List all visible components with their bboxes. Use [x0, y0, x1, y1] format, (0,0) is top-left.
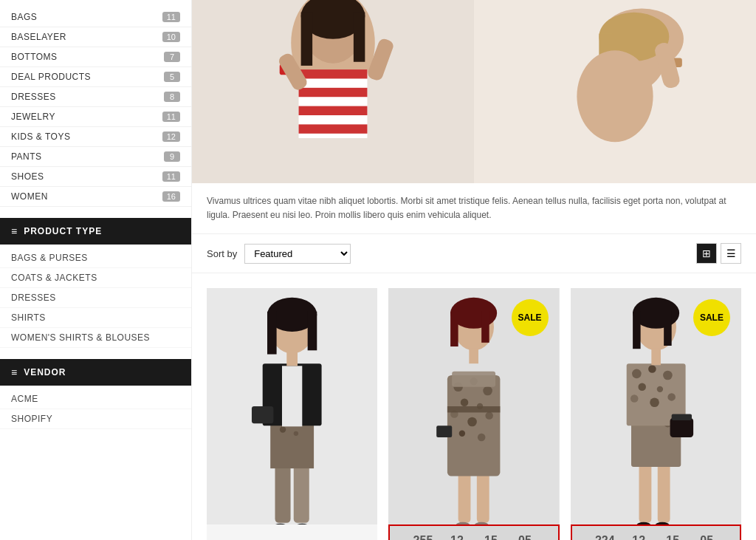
sidebar-category-name: BOTTOMS	[11, 52, 58, 62]
toolbar-left: Sort by FeaturedPrice: Low to HighPrice:…	[207, 244, 351, 264]
sale-badge: SALE	[512, 299, 549, 336]
banner-left	[192, 0, 474, 183]
sidebar-category-count: 16	[162, 191, 180, 202]
svg-rect-32	[282, 366, 302, 427]
sidebar-category-name: BAGS	[11, 12, 37, 22]
sidebar-vendor-item[interactable]: SHOPIFY	[0, 409, 191, 429]
countdown-mins: 15 Mins	[480, 533, 502, 540]
description: Vivamus ultrices quam vitae nibh aliquet…	[192, 183, 756, 234]
svg-rect-5	[354, 13, 365, 62]
sidebar-product-type-item[interactable]: BAGS & PURSES	[0, 248, 191, 268]
banner-image-left	[192, 0, 474, 183]
sort-label: Sort by	[207, 248, 237, 259]
sidebar-category-item[interactable]: KIDS & TOYS 12	[0, 127, 191, 147]
svg-rect-7	[299, 69, 368, 78]
sidebar-category-name: DEAL PRODUCTS	[11, 72, 91, 82]
sidebar-category-item[interactable]: BASELAYER 10	[0, 27, 191, 47]
countdown-secs: 05 Secs	[695, 533, 718, 540]
svg-rect-38	[252, 406, 273, 423]
sidebar-category-count: 9	[164, 151, 180, 162]
product-type-header: ≡ PRODUCT TYPE	[0, 218, 191, 245]
svg-point-73	[632, 369, 642, 379]
svg-point-30	[294, 431, 298, 436]
svg-point-47	[484, 386, 493, 396]
product-card[interactable]: SALE 255 Days 12 Hours 15 Mins	[388, 288, 559, 540]
svg-rect-84	[664, 312, 672, 346]
svg-point-48	[461, 399, 469, 407]
svg-rect-62	[436, 426, 452, 438]
product-card[interactable]: SALE 224 Days 12 Hours 15 Mins	[571, 288, 741, 540]
svg-rect-59	[450, 312, 458, 346]
sidebar-category-item[interactable]: WOMEN 16	[0, 187, 191, 207]
svg-rect-83	[633, 312, 641, 349]
countdown-timer: 255 Days 12 Hours 15 Mins 05 Secs	[388, 524, 559, 540]
sidebar-category-item[interactable]: JEWELRY 11	[0, 107, 191, 127]
svg-rect-35	[267, 312, 277, 355]
svg-rect-60	[481, 312, 489, 343]
sidebar-category-item[interactable]: BOTTOMS 7	[0, 47, 191, 67]
countdown-hours: 12 Hours	[446, 533, 468, 540]
svg-rect-10	[299, 124, 368, 133]
svg-rect-55	[447, 406, 500, 412]
sidebar-category-count: 11	[162, 112, 180, 122]
sidebar: BAGS 11 BASELAYER 10 BOTTOMS 7 DEAL PROD…	[0, 0, 192, 540]
product-image: SALE	[388, 288, 559, 524]
svg-point-79	[650, 398, 659, 408]
svg-point-80	[667, 394, 676, 402]
product-type-list: BAGS & PURSESCOATS & JACKETSDRESSESSHIRT…	[0, 248, 191, 348]
sale-badge: SALE	[693, 299, 730, 336]
sidebar-category-count: 5	[164, 72, 180, 82]
svg-rect-85	[651, 349, 661, 366]
vendor-list: ACMESHOPIFY	[0, 389, 191, 429]
sidebar-category-item[interactable]: PANTS 9	[0, 147, 191, 167]
sidebar-product-type-item[interactable]: SHIRTS	[0, 308, 191, 328]
svg-rect-36	[308, 312, 317, 351]
sidebar-category-item[interactable]: DRESSES 8	[0, 87, 191, 107]
category-list: BAGS 11 BASELAYER 10 BOTTOMS 7 DEAL PROD…	[0, 7, 191, 207]
svg-rect-9	[299, 106, 368, 115]
grid-view-button[interactable]: ⊞	[696, 243, 717, 264]
toolbar-right: ⊞ ☰	[696, 243, 741, 264]
svg-point-74	[648, 366, 656, 374]
sidebar-product-type-item[interactable]: DRESSES	[0, 288, 191, 308]
svg-rect-56	[453, 372, 496, 387]
countdown-timer: 224 Days 12 Hours 15 Mins 05 Secs	[571, 524, 741, 540]
svg-point-75	[663, 371, 673, 380]
sidebar-vendor-item[interactable]: ACME	[0, 389, 191, 409]
sidebar-category-item[interactable]: DEAL PRODUCTS 5	[0, 67, 191, 87]
sidebar-category-name: SHOES	[11, 171, 44, 182]
svg-point-29	[280, 427, 286, 433]
vendor-header: ≡ VENDOR	[0, 359, 191, 386]
product-type-title: PRODUCT TYPE	[24, 226, 102, 236]
countdown-hours: 12 Hours	[628, 533, 650, 540]
sidebar-category-name: JEWELRY	[11, 112, 55, 122]
list-icon: ☰	[726, 247, 736, 259]
sidebar-category-count: 11	[162, 12, 180, 22]
sidebar-category-name: KIDS & TOYS	[11, 131, 70, 142]
sidebar-category-item[interactable]: SHOES 11	[0, 167, 191, 187]
svg-rect-37	[286, 351, 298, 366]
description-text: Vivamus ultrices quam vitae nibh aliquet…	[207, 196, 726, 220]
svg-rect-61	[470, 349, 479, 364]
svg-point-51	[468, 417, 478, 427]
product-card[interactable]	[207, 288, 377, 540]
sidebar-product-type-item[interactable]: WOMEN'S SHIRTS & BLOUSES	[0, 328, 191, 348]
sidebar-product-type-item[interactable]: COATS & JACKETS	[0, 268, 191, 288]
svg-rect-4	[301, 13, 312, 66]
svg-point-77	[656, 386, 662, 392]
banner	[192, 0, 756, 183]
sidebar-category-count: 8	[164, 92, 180, 102]
product-image	[207, 288, 377, 524]
list-view-button[interactable]: ☰	[721, 243, 741, 264]
sidebar-category-name: WOMEN	[11, 191, 48, 202]
svg-point-52	[486, 412, 494, 420]
product-image: SALE	[571, 288, 741, 524]
svg-point-53	[459, 431, 465, 437]
sidebar-category-count: 11	[162, 171, 180, 182]
banner-image-right	[474, 0, 756, 183]
svg-point-19	[577, 50, 653, 142]
sort-select[interactable]: FeaturedPrice: Low to HighPrice: High to…	[244, 244, 351, 264]
sidebar-category-item[interactable]: BAGS 11	[0, 7, 191, 27]
sidebar-category-name: PANTS	[11, 151, 42, 162]
toolbar: Sort by FeaturedPrice: Low to HighPrice:…	[192, 234, 756, 273]
